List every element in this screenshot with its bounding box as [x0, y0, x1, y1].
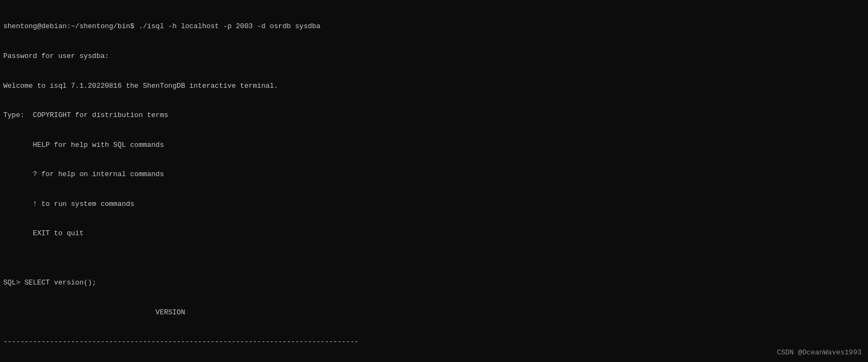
line6: ? for help on internal commands [3, 170, 865, 179]
watermark: CSDN @OceanWaves1993 [777, 348, 861, 358]
line1: shentong@debian:~/shentong/bin$ ./isql -… [3, 22, 865, 31]
line11: VERSION [3, 308, 865, 318]
terminal-window: shentong@debian:~/shentong/bin$ ./isql -… [3, 2, 865, 362]
line8: EXIT to quit [3, 229, 865, 238]
line7: ! to run system commands [3, 199, 865, 209]
line2: Password for user sysdba: [3, 51, 865, 61]
line3: Welcome to isql 7.1.20220816 the ShenTon… [3, 81, 865, 91]
line4: Type: COPYRIGHT for distribution terms [3, 111, 865, 120]
line10: SQL> SELECT version(); [3, 278, 865, 288]
line12: ----------------------------------------… [3, 337, 865, 347]
line5: HELP for help with SQL commands [3, 140, 865, 150]
